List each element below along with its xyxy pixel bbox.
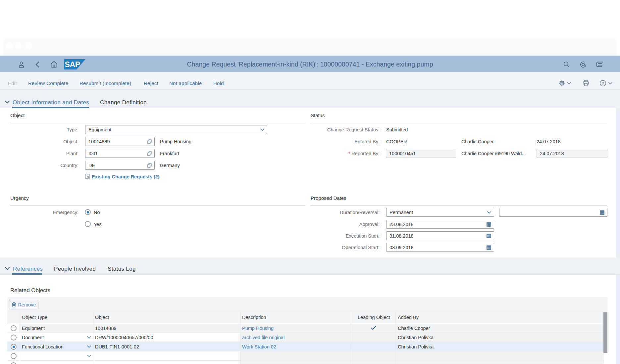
svg-text:?: ? (602, 81, 604, 86)
